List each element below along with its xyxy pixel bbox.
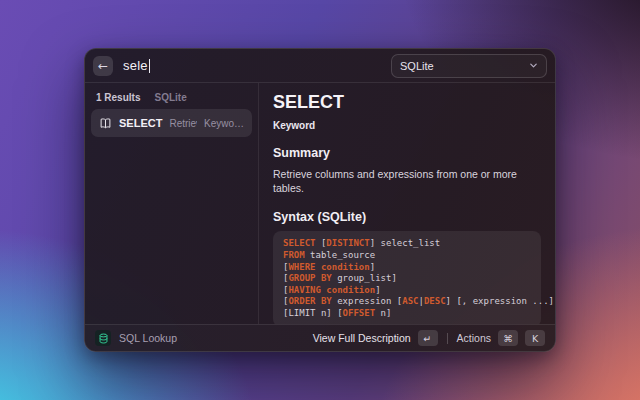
code-keyword: ASC [402, 296, 418, 306]
code-keyword: WHERE condition [288, 262, 369, 272]
language-dropdown[interactable]: SQLite [391, 54, 547, 78]
results-section-label: SQLite [154, 92, 186, 103]
language-dropdown-value: SQLite [400, 60, 434, 72]
code-keyword: DISTINCT [326, 238, 369, 248]
text-caret [149, 59, 151, 73]
code-text: ] select_list [370, 238, 440, 248]
summary-heading: Summary [273, 146, 541, 160]
footer-actions: View Full Description ↵ Actions ⌘ K [313, 330, 545, 346]
footer-divider [447, 333, 448, 344]
results-header: 1 Results SQLite [85, 88, 258, 106]
code-line: SELECT [DISTINCT] select_list [283, 238, 531, 250]
view-full-description-button[interactable]: View Full Description [313, 332, 411, 344]
result-accessory: Keywo… [204, 118, 244, 129]
code-text: n] [375, 308, 391, 318]
result-row-select[interactable]: SELECT Retrieve colu… Keywo… [91, 109, 252, 137]
main-content: 1 Results SQLite SELECT Retrieve colu… K… [85, 83, 555, 324]
code-keyword: HAVING condition [288, 285, 375, 295]
actions-button[interactable]: Actions [457, 332, 491, 344]
code-text: expression [ [332, 296, 402, 306]
code-text: group_list] [332, 273, 397, 283]
code-text: ] [375, 285, 380, 295]
code-line: [LIMIT n] [OFFSET n] [283, 308, 531, 320]
code-line: FROM table_source [283, 250, 531, 262]
search-input[interactable]: sele [123, 58, 150, 73]
code-keyword: ORDER BY [288, 296, 331, 306]
search-query-text: sele [123, 58, 148, 73]
code-keyword: SELECT [283, 238, 316, 248]
code-text: ] [, expression ...]] [446, 296, 555, 306]
search-bar: ← sele SQLite [85, 49, 555, 83]
code-line: [HAVING condition] [283, 285, 531, 297]
code-line: [GROUP BY group_list] [283, 273, 531, 285]
code-keyword: OFFSET [343, 308, 376, 318]
code-line: [WHERE condition] [283, 262, 531, 274]
back-button[interactable]: ← [93, 56, 113, 76]
launcher-window: ← sele SQLite 1 Results SQLite [84, 48, 556, 352]
chevron-down-icon [529, 61, 538, 70]
sql-lookup-app-icon [95, 330, 111, 346]
k-key-badge[interactable]: K [525, 330, 545, 346]
detail-title: SELECT [273, 92, 541, 113]
code-text: [LIMIT n] [ [283, 308, 343, 318]
results-count-label: 1 Results [96, 92, 140, 103]
results-sidebar: 1 Results SQLite SELECT Retrieve colu… K… [85, 83, 259, 324]
syntax-code-block: SELECT [DISTINCT] select_listFROM table_… [273, 231, 541, 324]
code-text: ] [370, 262, 375, 272]
app-name-label: SQL Lookup [119, 332, 177, 344]
code-text: table_source [305, 250, 375, 260]
summary-text: Retrieve columns and expressions from on… [273, 167, 541, 195]
code-keyword: GROUP BY [288, 273, 331, 283]
result-title: SELECT [119, 117, 162, 129]
syntax-heading: Syntax (SQLite) [273, 210, 541, 224]
command-key-badge[interactable]: ⌘ [498, 330, 518, 346]
code-keyword: DESC [424, 296, 446, 306]
back-arrow-icon: ← [98, 59, 108, 73]
return-key-badge[interactable]: ↵ [418, 330, 438, 346]
code-line: [ORDER BY expression [ASC|DESC] [, expre… [283, 296, 531, 308]
code-keyword: FROM [283, 250, 305, 260]
result-subtitle: Retrieve colu… [169, 118, 197, 129]
action-bar: SQL Lookup View Full Description ↵ Actio… [85, 324, 555, 351]
code-text: [ [316, 238, 327, 248]
open-book-icon [99, 117, 112, 130]
results-list: SELECT Retrieve colu… Keywo… [85, 106, 258, 140]
detail-panel: SELECT Keyword Summary Retrieve columns … [259, 83, 555, 324]
detail-kind-label: Keyword [273, 120, 541, 131]
